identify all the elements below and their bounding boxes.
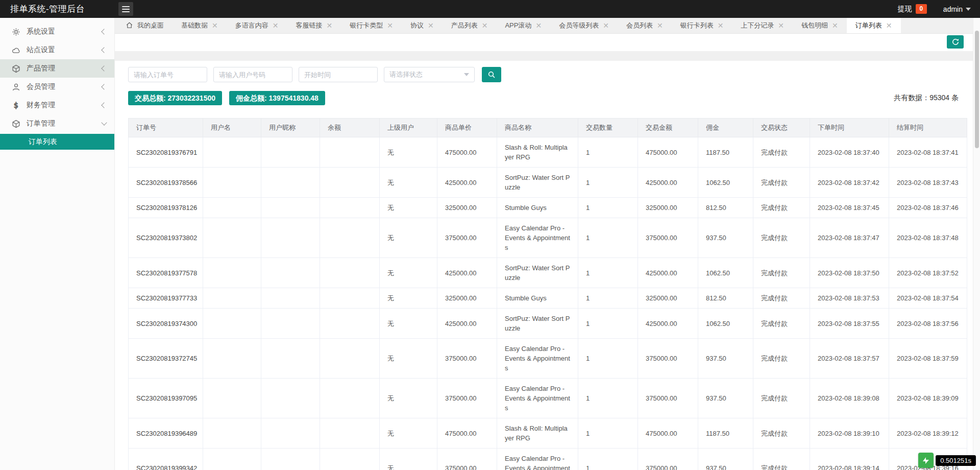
sidebar-item-label: 站点设置	[27, 45, 102, 55]
tab-7[interactable]: APP滚动✕	[496, 18, 550, 33]
table-row: SC23020819377733无325000.00Stumble Guys13…	[129, 288, 967, 309]
product-cell: Slash & Roll: Multiplayer RPG	[497, 137, 578, 168]
scrollbar-thumb[interactable]	[975, 31, 979, 148]
tab-6[interactable]: 产品列表✕	[443, 18, 497, 33]
chevron-left-icon	[101, 47, 107, 53]
status-select[interactable]: 请选择状态	[384, 67, 475, 82]
settled-cell: 2023-02-08 18:37:52	[889, 258, 967, 288]
vertical-scrollbar[interactable]	[973, 18, 980, 470]
tab-5[interactable]: 协议✕	[402, 18, 443, 33]
balance-cell	[320, 309, 380, 339]
nickname-cell	[261, 449, 320, 470]
username-cell	[203, 137, 261, 168]
no-cell: SC23020819374300	[129, 309, 203, 339]
trace-icon[interactable]	[918, 453, 934, 468]
tab-1[interactable]: 基础数据✕	[173, 18, 227, 33]
parent-cell: 无	[380, 258, 437, 288]
tab-4[interactable]: 银行卡类型✕	[341, 18, 402, 33]
tab-label: 产品列表	[451, 21, 478, 30]
balance-cell	[320, 168, 380, 198]
column-header-status: 交易状态	[753, 119, 810, 137]
status-cell: 完成付款	[753, 168, 810, 198]
amount-cell: 375000.00	[638, 339, 698, 379]
chevron-left-icon	[101, 84, 107, 89]
withdraw-menu[interactable]: 提现 0	[898, 4, 927, 14]
product-cell: Stumble Guys	[497, 198, 578, 218]
refresh-button[interactable]	[947, 35, 964, 49]
sidebar-submenu-order-list[interactable]: 订单列表	[0, 134, 114, 150]
tab-bar: 我的桌面基础数据✕多语言内容✕客服链接✕银行卡类型✕协议✕产品列表✕APP滚动✕…	[115, 18, 973, 34]
table-row: SC23020819378126无325000.00Stumble Guys13…	[129, 198, 967, 218]
column-header-settled: 结算时间	[889, 119, 967, 137]
balance-cell	[320, 218, 380, 258]
close-icon[interactable]: ✕	[535, 22, 542, 29]
withdraw-count-badge: 0	[916, 4, 927, 14]
parent-cell: 无	[380, 218, 437, 258]
order-no-input[interactable]	[128, 67, 207, 82]
commission-cell: 937.50	[698, 339, 753, 379]
parent-cell: 无	[380, 198, 437, 218]
tab-11[interactable]: 上下分记录✕	[732, 18, 793, 33]
column-header-price: 商品单价	[437, 119, 497, 137]
close-icon[interactable]: ✕	[273, 22, 279, 29]
commission-cell: 937.50	[698, 379, 753, 418]
close-icon[interactable]: ✕	[326, 22, 332, 29]
close-icon[interactable]: ✕	[832, 22, 838, 29]
tab-12[interactable]: 钱包明细✕	[793, 18, 847, 33]
close-icon[interactable]: ✕	[603, 22, 609, 29]
sidebar-item-5[interactable]: 订单管理	[0, 114, 114, 133]
amount-cell: 375000.00	[638, 218, 698, 258]
qty-cell: 1	[578, 258, 638, 288]
close-icon[interactable]: ✕	[387, 22, 393, 29]
settled-cell: 2023-02-08 18:39:12	[889, 418, 967, 449]
close-icon[interactable]: ✕	[886, 22, 892, 29]
tab-0[interactable]: 我的桌面	[117, 18, 173, 33]
nickname-cell	[261, 137, 320, 168]
search-button[interactable]	[482, 67, 501, 82]
close-icon[interactable]: ✕	[718, 22, 724, 29]
close-icon[interactable]: ✕	[778, 22, 784, 29]
record-count: 共有数据：95304 条	[894, 93, 966, 103]
sidebar-item-1[interactable]: 站点设置	[0, 41, 114, 59]
no-cell: SC23020819377733	[129, 288, 203, 309]
table-row: SC23020819397095无375000.00Easy Calendar …	[129, 379, 967, 418]
price-cell: 375000.00	[437, 218, 497, 258]
close-icon[interactable]: ✕	[657, 22, 663, 29]
sidebar-item-2[interactable]: 产品管理	[0, 59, 114, 78]
sidebar-item-4[interactable]: $财务管理	[0, 96, 114, 114]
amount-cell: 325000.00	[638, 288, 698, 309]
start-time-input[interactable]	[299, 67, 378, 82]
user-dropdown[interactable]: admin	[943, 5, 971, 13]
username-cell	[203, 339, 261, 379]
tab-3[interactable]: 客服链接✕	[287, 18, 341, 33]
status-cell: 完成付款	[753, 137, 810, 168]
tab-label: 银行卡列表	[680, 21, 714, 30]
parent-cell: 无	[380, 309, 437, 339]
status-cell: 完成付款	[753, 449, 810, 470]
nickname-cell	[261, 379, 320, 418]
column-header-nickname: 用户昵称	[261, 119, 320, 137]
price-cell: 375000.00	[437, 339, 497, 379]
tab-10[interactable]: 银行卡列表✕	[672, 18, 732, 33]
sidebar-item-3[interactable]: 会员管理	[0, 78, 114, 96]
close-icon[interactable]: ✕	[212, 22, 218, 29]
settled-cell: 2023-02-08 18:37:46	[889, 198, 967, 218]
sidebar-item-label: 财务管理	[27, 101, 102, 110]
tab-2[interactable]: 多语言内容✕	[227, 18, 287, 33]
amount-cell: 475000.00	[638, 418, 698, 449]
user-no-input[interactable]	[213, 67, 292, 82]
tab-8[interactable]: 会员等级列表✕	[550, 18, 618, 33]
parent-cell: 无	[380, 137, 437, 168]
close-icon[interactable]: ✕	[482, 22, 488, 29]
tab-13[interactable]: 订单列表✕	[847, 18, 901, 33]
sidebar-item-0[interactable]: 系统设置	[0, 22, 114, 41]
menu-toggle-button[interactable]	[118, 2, 133, 16]
created-cell: 2023-02-08 18:37:47	[810, 218, 889, 258]
close-icon[interactable]: ✕	[428, 22, 434, 29]
tab-9[interactable]: 会员列表✕	[618, 18, 672, 33]
spacer	[115, 51, 973, 61]
tab-label: 上下分记录	[741, 21, 774, 30]
amount-cell: 475000.00	[638, 137, 698, 168]
column-header-commission: 佣金	[698, 119, 753, 137]
tab-label: 订单列表	[855, 21, 882, 30]
